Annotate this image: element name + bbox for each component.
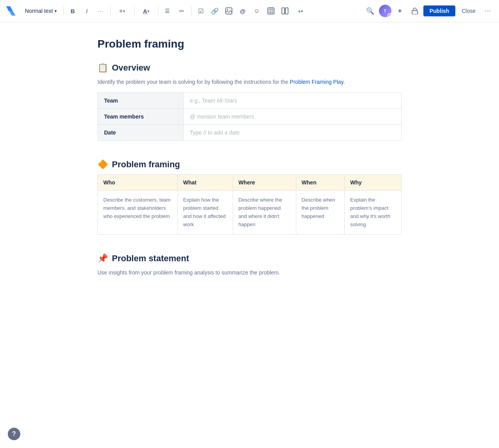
framing-column-header: Who: [98, 175, 178, 191]
align-chevron: ▾: [123, 9, 125, 13]
font-color-icon: A: [143, 8, 147, 14]
columns-button[interactable]: [279, 5, 291, 17]
svg-rect-2: [268, 8, 274, 14]
toolbar-divider-2: [110, 6, 111, 16]
overview-label-cell: Date: [98, 125, 184, 141]
avatar-initials: T: [384, 9, 386, 13]
framing-cell[interactable]: Explain the problem's impact and why it'…: [345, 191, 402, 234]
overview-value-cell[interactable]: e.g., Team All-Stars: [184, 93, 402, 109]
bullet-list-button[interactable]: ☰: [161, 5, 174, 17]
framing-cell[interactable]: Describe when the problem happened: [296, 191, 345, 234]
italic-button[interactable]: I: [81, 5, 93, 17]
problem-statement-heading: 📌 Problem statement: [97, 253, 402, 264]
text-style-label: Normal text: [25, 8, 53, 14]
overview-label-cell: Team members: [98, 109, 184, 125]
emoji-button[interactable]: ☺: [251, 5, 263, 17]
toolbar-divider-4: [158, 6, 158, 16]
app-logo[interactable]: [5, 5, 17, 17]
overview-heading-text: Overview: [112, 63, 150, 73]
framing-cell[interactable]: Describe where the problem happened and …: [233, 191, 296, 234]
avatar[interactable]: T T: [379, 5, 391, 17]
problem-framing-play-link[interactable]: Problem Framing Play.: [290, 79, 345, 85]
problem-framing-section: 🔶 Problem framing WhoWhatWhereWhenWhy De…: [97, 159, 402, 234]
text-style-dropdown[interactable]: Normal text ▾: [22, 6, 60, 16]
problem-framing-heading-text: Problem framing: [112, 159, 180, 170]
table-button[interactable]: [265, 5, 277, 17]
problem-statement-heading-text: Problem statement: [112, 253, 189, 264]
overview-value-cell[interactable]: Type // to add a date: [184, 125, 402, 141]
insert-button[interactable]: + ▾: [293, 5, 308, 17]
more-options-button[interactable]: ···: [482, 5, 494, 17]
overview-table-row: Team members @ mention team members: [98, 109, 402, 125]
problem-framing-emoji: 🔶: [97, 159, 108, 170]
framing-cell[interactable]: Explain how the problem started and how …: [177, 191, 233, 234]
overview-value-cell[interactable]: @ mention team members: [184, 109, 402, 125]
align-button[interactable]: ≡ ▾: [114, 5, 131, 17]
overview-table-row: Date Type // to add a date: [98, 125, 402, 141]
problem-framing-table: WhoWhatWhereWhenWhy Describe the custome…: [97, 174, 402, 234]
align-icon: ≡: [119, 8, 122, 14]
framing-header-row: WhoWhatWhereWhenWhy: [98, 175, 402, 191]
bold-button[interactable]: B: [67, 5, 79, 17]
search-button[interactable]: 🔍: [364, 5, 377, 17]
framing-column-header: When: [296, 175, 345, 191]
overview-desc-prefix: Identify the problem your team is solvin…: [97, 79, 290, 85]
close-button[interactable]: Close: [458, 5, 480, 16]
overview-section: 📋 Overview Identify the problem your tea…: [97, 63, 402, 141]
toolbar-divider-1: [63, 6, 64, 16]
svg-rect-7: [282, 8, 285, 14]
font-color-chevron: ▾: [147, 9, 149, 13]
framing-column-header: What: [177, 175, 233, 191]
page-title: Problem framing: [97, 38, 402, 50]
svg-point-1: [227, 9, 228, 11]
insert-plus: +: [298, 8, 301, 14]
image-button[interactable]: [223, 5, 235, 17]
framing-column-header: Why: [345, 175, 402, 191]
overview-table: Team e.g., Team All-Stars Team members @…: [97, 92, 402, 141]
restrict-button[interactable]: [409, 5, 421, 17]
font-color-button[interactable]: A ▾: [138, 5, 155, 17]
overview-description: Identify the problem your team is solvin…: [97, 78, 402, 86]
more-formatting-button[interactable]: ···: [95, 5, 107, 17]
publish-button[interactable]: Publish: [423, 5, 456, 16]
problem-statement-emoji: 📌: [97, 253, 108, 264]
numbered-list-button[interactable]: ≔: [175, 5, 188, 17]
checkbox-button[interactable]: ☑: [195, 5, 207, 17]
overview-label-cell: Team: [98, 93, 184, 109]
framing-data-row: Describe the customers, team members, an…: [98, 191, 402, 234]
framing-column-header: Where: [233, 175, 296, 191]
mention-button[interactable]: @: [237, 5, 249, 17]
add-collaborator-button[interactable]: +: [394, 5, 406, 17]
problem-framing-heading: 🔶 Problem framing: [97, 159, 402, 170]
framing-cell[interactable]: Describe the customers, team members, an…: [98, 191, 178, 234]
avatar-badge: T: [388, 13, 391, 17]
svg-rect-8: [285, 8, 288, 14]
overview-heading: 📋 Overview: [97, 63, 402, 73]
overview-table-row: Team e.g., Team All-Stars: [98, 93, 402, 109]
svg-rect-9: [412, 11, 418, 14]
text-style-chevron: ▾: [55, 9, 57, 14]
problem-statement-description: Use insights from your problem framing a…: [97, 268, 402, 277]
svg-rect-0: [226, 8, 232, 14]
insert-chevron: ▾: [301, 9, 303, 13]
toolbar-right: 🔍 T T + Publish Close ···: [364, 5, 494, 17]
problem-statement-section: 📌 Problem statement Use insights from yo…: [97, 253, 402, 277]
toolbar: Normal text ▾ B I ··· ≡ ▾ A ▾ ☰ ≔ ☑ 🔗 @ …: [0, 0, 499, 22]
toolbar-divider-3: [134, 6, 134, 16]
link-button[interactable]: 🔗: [209, 5, 221, 17]
overview-emoji: 📋: [97, 63, 108, 73]
content-area: Problem framing 📋 Overview Identify the …: [74, 22, 425, 327]
toolbar-divider-5: [191, 6, 191, 16]
